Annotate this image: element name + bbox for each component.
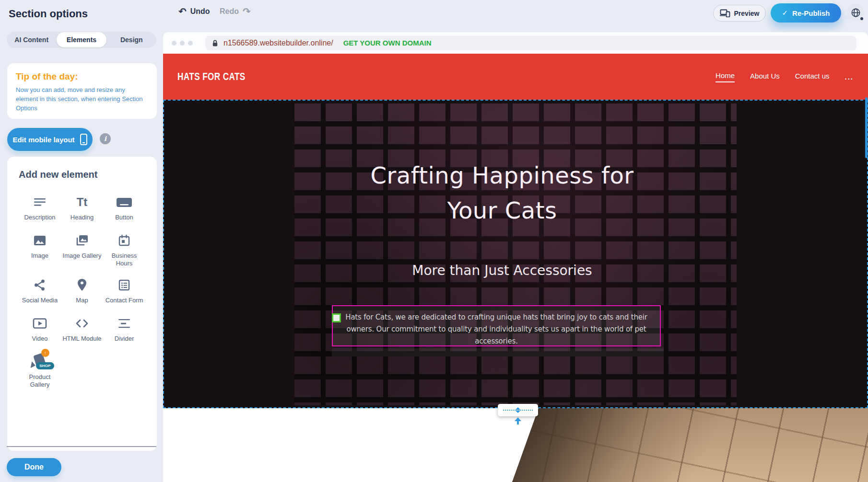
social-media-icon (34, 275, 46, 295)
element-image[interactable]: Image (19, 231, 61, 268)
element-description[interactable]: Description (19, 193, 61, 223)
check-icon: ✓ (782, 9, 788, 17)
undo-icon: ↶ (178, 7, 187, 16)
element-contact-form[interactable]: Contact Form (103, 275, 145, 306)
element-label: Image (31, 252, 48, 260)
done-button[interactable]: Done (7, 458, 61, 476)
tip-of-the-day-card: Tip of the day: Now you can add, move an… (7, 63, 157, 119)
element-grid: Description Tt Heading Button Ima (19, 193, 145, 389)
element-business-hours[interactable]: Business Hours (103, 231, 145, 268)
image-icon (33, 231, 47, 250)
redo-icon: ↷ (243, 7, 251, 16)
paragraph-element-selected[interactable]: Hats for Cats, we are dedicated to craft… (332, 305, 661, 346)
contact-form-icon (118, 275, 130, 295)
devices-icon (720, 9, 730, 17)
element-map[interactable]: Map (61, 275, 103, 306)
website-builder-app: Section options AI Content Elements Desi… (0, 0, 868, 482)
element-video[interactable]: Video (19, 314, 61, 344)
lock-icon (212, 39, 218, 47)
browser-chrome-bar: n1566589.websitebuilder.online/ GET YOUR… (163, 32, 868, 54)
nav-home[interactable]: Home (716, 71, 735, 82)
element-label: Image Gallery (63, 252, 102, 260)
element-label: Video (32, 335, 47, 343)
element-drag-handle[interactable] (332, 313, 341, 322)
product-gallery-icon: ↑ SHOP (29, 352, 50, 371)
globe-language-button[interactable] (847, 4, 864, 21)
address-bar[interactable]: n1566589.websitebuilder.online/ GET YOUR… (205, 36, 856, 50)
smartphone-icon (80, 134, 87, 145)
edit-mobile-layout-label: Edit mobile layout (12, 136, 74, 144)
info-icon[interactable]: i (100, 133, 111, 144)
add-new-element-panel: Add new element Description Tt Heading (7, 157, 157, 451)
resize-arrows-icon (516, 407, 520, 413)
element-label: Social Media (22, 297, 58, 304)
preview-scrollbar[interactable] (865, 97, 868, 158)
code-icon (75, 314, 89, 333)
tab-design[interactable]: Design (107, 32, 156, 48)
button-icon (116, 193, 132, 212)
product-tag-shape (31, 361, 36, 369)
hero-title-line1: Crafting Happiness for (279, 158, 725, 193)
image-gallery-icon (75, 231, 89, 250)
drag-up-arrow-icon (512, 417, 524, 425)
section-options-panel: Section options AI Content Elements Desi… (0, 0, 163, 482)
element-button[interactable]: Button (103, 193, 145, 223)
section-resize-handle[interactable] (498, 404, 538, 416)
site-header: HATS FOR CATS Home About Us Contact us .… (163, 54, 868, 100)
panel-title: Section options (9, 8, 88, 20)
globe-icon (851, 8, 861, 18)
window-dot (188, 41, 193, 46)
element-label: Divider (115, 335, 134, 343)
tab-ai-content[interactable]: AI Content (7, 32, 56, 48)
shop-badge: SHOP (36, 362, 54, 369)
nav-more-button[interactable]: ... (845, 73, 854, 81)
window-dot (172, 41, 176, 46)
republish-button[interactable]: ✓ Re-Publish (771, 3, 841, 23)
preview-label: Preview (734, 10, 760, 17)
tip-body: Now you can add, move and resize any ele… (16, 86, 148, 113)
panel-tabs: AI Content Elements Design (7, 32, 156, 48)
hero-title[interactable]: Crafting Happiness for Your Cats (279, 158, 725, 228)
site-preview-window: n1566589.websitebuilder.online/ GET YOUR… (163, 32, 868, 482)
nav-contact-us[interactable]: Contact us (795, 72, 830, 82)
element-html-module[interactable]: HTML Module (61, 314, 103, 344)
republish-label: Re-Publish (792, 9, 830, 17)
divider-icon (117, 314, 131, 333)
element-label: Map (76, 297, 88, 304)
description-icon (33, 193, 47, 212)
element-divider[interactable]: Divider (103, 314, 145, 344)
element-social-media[interactable]: Social Media (19, 275, 61, 306)
element-image-gallery[interactable]: Image Gallery (61, 231, 103, 268)
element-product-gallery[interactable]: ↑ SHOP Product Gallery (19, 352, 61, 389)
tab-elements[interactable]: Elements (57, 32, 106, 47)
element-label: Product Gallery (20, 373, 59, 389)
element-label: Description (24, 214, 55, 221)
map-pin-icon (77, 275, 87, 295)
sidebar-divider (7, 446, 156, 447)
heading-icon: Tt (77, 193, 88, 212)
nav-about-us[interactable]: About Us (750, 72, 780, 82)
undo-button[interactable]: ↶ Undo (178, 7, 210, 16)
hero-background-tiles (294, 103, 737, 405)
element-heading[interactable]: Tt Heading (61, 193, 103, 223)
upgrade-arrow-badge: ↑ (41, 349, 49, 357)
site-url[interactable]: n1566589.websitebuilder.online/ (223, 39, 333, 47)
business-hours-icon (118, 231, 130, 250)
redo-button[interactable]: Redo ↷ (220, 7, 251, 16)
site-logo[interactable]: HATS FOR CATS (177, 70, 246, 83)
browser-window-dots (172, 41, 193, 46)
element-label: Button (115, 214, 133, 221)
hero-paragraph[interactable]: Hats for Cats, we are dedicated to craft… (333, 306, 660, 347)
video-icon (33, 314, 47, 333)
element-label: HTML Module (62, 335, 101, 343)
preview-button[interactable]: Preview (713, 5, 766, 22)
hero-section-selected[interactable]: Crafting Happiness for Your Cats More th… (163, 100, 868, 408)
get-your-own-domain-link[interactable]: GET YOUR OWN DOMAIN (343, 39, 432, 47)
add-new-element-title: Add new element (19, 169, 145, 180)
hero-subtitle[interactable]: More than Just Accessories (279, 263, 725, 278)
element-ghost-band (332, 348, 664, 356)
element-label: Contact Form (106, 297, 143, 304)
edit-mobile-layout-button[interactable]: Edit mobile layout (7, 128, 93, 151)
site-nav: Home About Us Contact us ... (716, 71, 854, 82)
undo-label: Undo (190, 7, 210, 16)
